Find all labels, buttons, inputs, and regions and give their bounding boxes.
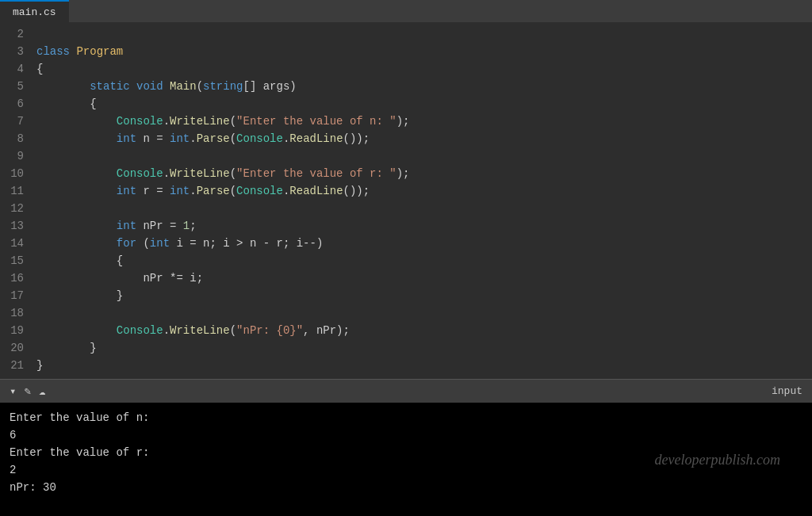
code-token: } [36, 289, 123, 302]
code-token [36, 220, 117, 232]
dropdown-icon[interactable]: ▾ [10, 384, 16, 398]
cloud-icon[interactable]: ☁ [39, 384, 45, 398]
code-token: ( [197, 80, 203, 93]
code-line: int n = int.Parse(Console.ReadLine()); [33, 130, 812, 147]
code-token: ); [396, 167, 410, 180]
tab-label: main.cs [13, 6, 56, 18]
code-token: nPr *= i; [36, 272, 203, 285]
line-number: 9 [6, 147, 24, 165]
code-line: } [33, 357, 812, 374]
code-token: "nPr: {0}" [236, 324, 303, 337]
code-token: ( [230, 324, 236, 337]
watermark: developerpublish.com [655, 451, 780, 468]
code-token [36, 324, 117, 337]
code-token: Console [117, 115, 163, 128]
code-line: } [33, 287, 812, 304]
console-output: Enter the value of n:6Enter the value of… [0, 403, 812, 516]
line-number: 17 [6, 287, 24, 304]
line-number: 10 [6, 165, 24, 182]
code-token: n = [136, 132, 170, 145]
code-token: ( [230, 115, 236, 128]
code-token: WriteLine [170, 167, 230, 180]
code-line: Console.WriteLine("Enter the value of n:… [33, 113, 812, 130]
code-token: . [163, 115, 170, 128]
code-token: Console [236, 185, 283, 197]
console-line: Enter the value of n: [10, 409, 802, 426]
line-number: 7 [6, 113, 24, 130]
code-line: { [33, 60, 812, 78]
line-number: 12 [6, 200, 24, 217]
code-token: int [117, 132, 136, 145]
code-token: "Enter the value of r: " [236, 167, 396, 180]
code-token: nPr = [136, 220, 183, 232]
code-token: Console [117, 167, 163, 180]
code-line: nPr *= i; [33, 269, 812, 287]
input-label: input [772, 385, 802, 397]
code-token: void [136, 80, 170, 93]
code-token [36, 167, 117, 180]
code-token: Main [170, 80, 197, 93]
code-token: { [36, 254, 123, 267]
code-token: . [190, 132, 196, 145]
code-line: int nPr = 1; [33, 217, 812, 235]
code-token: class [36, 45, 76, 58]
code-token: ReadLine [289, 132, 343, 145]
code-token: string [203, 80, 243, 93]
code-token: Program [76, 45, 123, 58]
code-line: { [33, 95, 812, 113]
active-tab[interactable]: main.cs [0, 0, 69, 22]
code-token [36, 132, 117, 145]
code-token: for [117, 237, 136, 250]
code-token: ( [136, 237, 150, 250]
code-token: WriteLine [170, 324, 230, 337]
line-number: 19 [6, 322, 24, 339]
console-line: nPr: 30 [10, 479, 802, 496]
edit-icon[interactable]: ✎ [24, 384, 30, 398]
line-number: 18 [6, 304, 24, 322]
code-token: int [170, 185, 190, 197]
code-token: int [150, 237, 170, 250]
line-number: 16 [6, 269, 24, 287]
code-token [36, 237, 117, 250]
console-line: 6 [10, 426, 802, 444]
code-token: Console [117, 324, 163, 337]
line-number: 6 [6, 95, 24, 113]
code-token: ); [396, 115, 410, 128]
code-token: ( [230, 132, 236, 145]
code-token: } [36, 342, 97, 354]
code-token: . [163, 324, 170, 337]
code-line: } [33, 339, 812, 357]
code-token: int [117, 185, 136, 197]
line-number: 3 [6, 43, 24, 60]
code-line [33, 304, 812, 322]
line-number: 2 [6, 25, 24, 43]
code-token: static [90, 80, 136, 93]
code-token: . [190, 185, 196, 197]
code-token: Parse [197, 185, 230, 197]
code-token [36, 115, 117, 128]
code-token: { [36, 63, 43, 75]
code-token: int [170, 132, 190, 145]
line-number: 14 [6, 235, 24, 252]
line-number: 20 [6, 339, 24, 357]
code-line: Console.WriteLine("nPr: {0}", nPr); [33, 322, 812, 339]
code-line [33, 147, 812, 165]
code-token: ReadLine [289, 185, 343, 197]
code-editor: 23456789101112131415161718192021 class P… [0, 22, 812, 379]
code-content[interactable]: class Program{ static void Main(string[]… [33, 22, 812, 379]
code-token: Console [236, 132, 283, 145]
tab-bar: main.cs [0, 0, 812, 22]
code-token: int [117, 220, 136, 232]
code-token: { [36, 97, 97, 110]
line-number: 11 [6, 182, 24, 200]
line-number: 15 [6, 252, 24, 269]
code-token: ; [190, 220, 196, 232]
code-token: r = [136, 185, 170, 197]
code-line: int r = int.Parse(Console.ReadLine()); [33, 182, 812, 200]
line-numbers: 23456789101112131415161718192021 [0, 22, 33, 379]
code-line: for (int i = n; i > n - r; i--) [33, 235, 812, 252]
code-line: Console.WriteLine("Enter the value of r:… [33, 165, 812, 182]
code-token: ()); [343, 132, 370, 145]
code-token: i = n; i > n - r; i--) [170, 237, 323, 250]
code-token: ( [230, 185, 236, 197]
